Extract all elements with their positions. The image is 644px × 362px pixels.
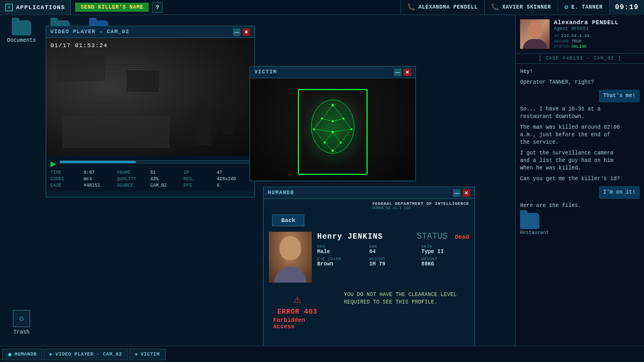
victim-title: VICTIM <box>254 69 277 75</box>
quality-value: 43% <box>150 176 182 182</box>
chat-message-9: Here are the files. <box>520 202 581 210</box>
error-description: You do not have the clearance level requ… <box>344 291 465 306</box>
cctv-background: 01/17 01:53:24 <box>46 38 254 156</box>
chat-secure-label: SECURE <box>554 39 569 43</box>
chat-folder-icon <box>520 213 539 229</box>
phone-icon-xavier: 📞 <box>491 3 500 11</box>
humandb-status-value: Dead <box>455 234 469 240</box>
chat-ip-value: 222.54.1.24 <box>561 33 590 38</box>
weight-label: WEIGHT <box>421 257 469 261</box>
app-menu[interactable]: ≡ APPLICATIONS <box>0 0 71 14</box>
send-killers-name-button[interactable]: Send killer's name <box>75 3 149 12</box>
humandb-close-button[interactable]: ✕ <box>463 189 470 197</box>
time-value: 8:67 <box>84 170 116 175</box>
humandb-person-lastname: JENKINS <box>348 232 383 241</box>
trash-icon-label: Trash <box>13 329 30 335</box>
chat-message-2: Operator TANNER, right? <box>520 79 594 86</box>
frame-label: FRAME <box>117 170 149 175</box>
svg-point-18 <box>332 120 334 122</box>
victim-titlebar[interactable]: VICTIM — ✕ <box>250 67 415 78</box>
error-forbidden-label: Forbidden Access <box>273 317 321 330</box>
video-player-window: VIDEO PLAYER - CAM_02 — ✕ 01/17 01:53:24… <box>46 26 255 197</box>
contact-alexandra-name: ALEXANDRA PENDELL <box>419 4 478 10</box>
taskbar-humandb[interactable]: ◉ HUMANDB <box>2 349 42 360</box>
taskbar-victim[interactable]: ◈ VICTIM <box>129 349 165 360</box>
taskbar-victim-label: VICTIM <box>141 352 159 357</box>
source-value: CAM_02 <box>150 183 182 188</box>
codec-value: mc4 <box>84 176 116 182</box>
chat-ip-label: IP <box>554 33 559 38</box>
error-code: ERROR 403 <box>277 308 318 316</box>
humandb-photo-face <box>280 236 301 260</box>
chat-agent-id: Agent #F5051 <box>554 26 640 32</box>
humandb-version-label: HUMAN_DB v1.2.116 <box>372 206 469 210</box>
video-screen: 01/17 01:53:24 <box>46 38 254 156</box>
humandb-title: HUMANDB <box>268 190 294 196</box>
quality-label: QUALITY <box>117 176 149 182</box>
contact-alexandra[interactable]: 📞 ALEXANDRA PENDELL <box>400 0 484 15</box>
sex-label: SEX <box>317 245 365 249</box>
taskbar-victim-icon: ◈ <box>135 351 138 357</box>
video-progress-bar[interactable] <box>60 160 250 164</box>
chat-case-label: [ CASE #48151 - CAM_02 ] <box>516 54 644 64</box>
video-player-close-button[interactable]: ✕ <box>243 28 250 36</box>
taskbar: ◉ HUMANDB ▶ VIDEO PLAYER - CAM_02 ◈ VICT… <box>0 346 644 362</box>
desktop-icon-trash[interactable]: ♻ Trash <box>5 310 38 335</box>
humandb-back-button[interactable]: Back <box>272 215 304 226</box>
res-value: 426x240 <box>217 176 249 182</box>
documents-icon-label: Documents <box>7 38 36 43</box>
humandb-controls: — ✕ <box>453 189 470 197</box>
case-value: #48151 <box>84 183 116 188</box>
video-player-controls: — ✕ <box>233 28 250 36</box>
eye-label: EYE COLOR <box>317 257 365 261</box>
victim-controls: — ✕ <box>394 69 411 76</box>
chat-profile-info: Alexandra PENDELL Agent #F5051 IP 222.54… <box>554 19 640 49</box>
victim-minimize-button[interactable]: — <box>394 69 401 76</box>
desktop-icon-documents[interactable]: Documents <box>5 20 38 43</box>
chat-message-1: Hey! <box>520 68 533 76</box>
humandb-person-firstname: Henry <box>317 232 342 241</box>
taskbar-video-icon: ▶ <box>49 351 53 357</box>
humandb-titlebar[interactable]: HUMANDB — ✕ <box>264 187 474 199</box>
chat-profile: Alexandra PENDELL Agent #F5051 IP 222.54… <box>516 15 644 54</box>
chat-message-4: So... I have a 10-35 at a restaurant dow… <box>520 106 622 121</box>
taskbar-video-player[interactable]: ▶ VIDEO PLAYER - CAM_02 <box>43 349 128 360</box>
contact-tanner-name: E. TANNER <box>571 4 603 10</box>
chat-message-7: Can you get me the killer's id? <box>520 175 620 183</box>
phone-icon-alexandra: 📞 <box>407 3 416 11</box>
chat-messages[interactable]: Hey! Operator TANNER, right? That's me! … <box>516 64 644 346</box>
taskbar-db-icon: ◉ <box>8 351 12 358</box>
humandb-photo-inner <box>269 232 312 283</box>
video-play-button[interactable]: ▶ <box>50 159 56 168</box>
age-value: 64 <box>369 249 417 255</box>
eye-value: Brown <box>317 261 365 267</box>
chat-folder-attachment[interactable]: Restaurant <box>520 213 640 235</box>
trash-icon: ♻ <box>13 310 30 327</box>
svg-point-17 <box>342 117 345 120</box>
avatar-body <box>523 39 547 49</box>
age-label: AGE <box>369 245 417 249</box>
chat-avatar <box>520 19 550 49</box>
video-player-minimize-button[interactable]: — <box>233 28 240 36</box>
svg-point-23 <box>340 142 342 144</box>
svg-point-24 <box>332 150 334 152</box>
skin-label: SKIN <box>421 245 469 249</box>
video-player-titlebar[interactable]: VIDEO PLAYER - CAM_02 — ✕ <box>46 26 254 38</box>
taskbar-humandb-label: HUMANDB <box>14 352 36 357</box>
chat-message-3: That's me! <box>599 90 640 102</box>
face-recognition-screen <box>250 78 415 180</box>
contact-xavier[interactable]: 📞 XAVIER SKINNER <box>484 0 558 15</box>
cctv-timestamp: 01/17 01:53:24 <box>50 42 107 49</box>
weight-value: 88KG <box>421 261 469 267</box>
help-button[interactable]: ? <box>152 2 163 13</box>
chat-status-value: ONLINE <box>572 44 587 49</box>
source-label: SOURCE <box>117 183 149 188</box>
victim-close-button[interactable]: ✕ <box>404 69 411 76</box>
chat-profile-meta: IP 222.54.1.24 SECURE TRUE STATUS ONLINE <box>554 33 640 49</box>
humandb-photo-body <box>274 267 306 283</box>
contact-tanner[interactable]: ⚙ E. TANNER <box>558 0 609 15</box>
humandb-minimize-button[interactable]: — <box>453 189 460 197</box>
video-info-grid: TIME 8:67 FRAME 51 IP 47 CODEC mc4 QUALI… <box>50 170 250 188</box>
svg-point-0 <box>311 100 354 153</box>
topbar: ≡ APPLICATIONS Send killer's name ? 📞 AL… <box>0 0 644 15</box>
